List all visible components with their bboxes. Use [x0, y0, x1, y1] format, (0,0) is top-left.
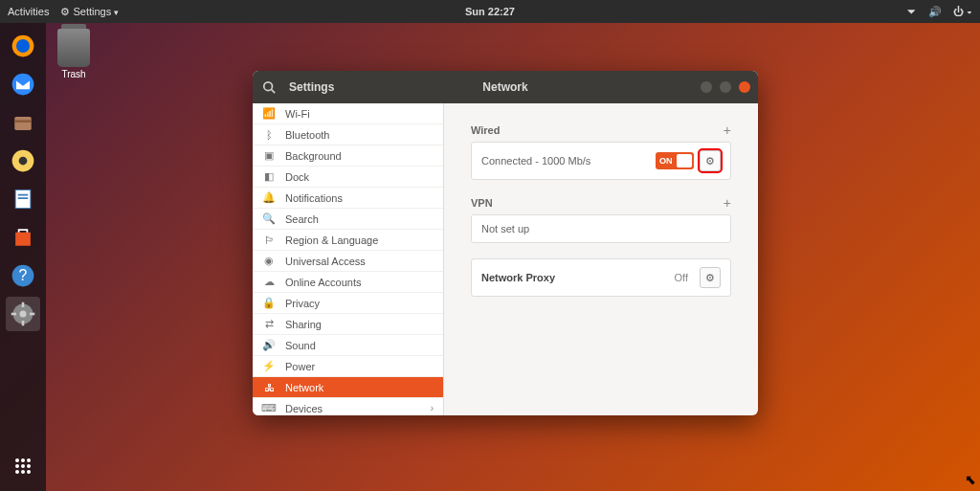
- desktop-trash[interactable]: Trash: [57, 29, 90, 79]
- sidebar-icon: 🔍: [262, 212, 276, 225]
- svg-point-25: [15, 470, 19, 474]
- svg-point-22: [15, 464, 19, 468]
- wired-section: Wired + Connected - 1000 Mb/s ON ⚙: [471, 123, 731, 180]
- sidebar-item-region-language[interactable]: 🏳Region & Language: [253, 230, 443, 251]
- sidebar-icon: ⚡: [262, 360, 276, 372]
- sidebar-icon: ⇄: [262, 318, 276, 330]
- sidebar-item-power[interactable]: ⚡Power: [253, 356, 443, 377]
- dock-rhythmbox[interactable]: [6, 144, 40, 178]
- sidebar-item-online-accounts[interactable]: ☁Online Accounts: [253, 272, 443, 293]
- sidebar-item-label: Universal Access: [285, 256, 366, 267]
- search-button[interactable]: [253, 71, 285, 103]
- dock-help[interactable]: ?: [6, 258, 40, 293]
- wired-status-text: Connected - 1000 Mb/s: [481, 155, 590, 167]
- proxy-value: Off: [675, 272, 688, 283]
- sidebar-item-sharing[interactable]: ⇄Sharing: [253, 314, 443, 335]
- clock[interactable]: Sun 22:27: [465, 6, 515, 17]
- trash-icon: [57, 29, 90, 67]
- vpn-section: VPN + Not set up: [471, 195, 731, 243]
- sidebar-item-label: Wi-Fi: [285, 108, 310, 120]
- sidebar-item-label: Power: [285, 361, 315, 372]
- settings-sidebar: 📶Wi-FiᛒBluetooth▣Background◧Dock🔔Notific…: [253, 103, 444, 415]
- sidebar-item-network[interactable]: 🖧Network: [253, 377, 443, 398]
- toggle-knob: [677, 154, 692, 167]
- network-tray-icon[interactable]: ⏷: [906, 6, 917, 17]
- toggle-on-label: ON: [659, 156, 673, 166]
- svg-text:?: ?: [19, 267, 28, 283]
- add-wired-button[interactable]: +: [724, 123, 731, 138]
- vpn-status-text: Not set up: [481, 223, 529, 234]
- sidebar-item-label: Notifications: [285, 192, 343, 204]
- window-titlebar[interactable]: Settings Network: [253, 71, 758, 103]
- sidebar-item-notifications[interactable]: 🔔Notifications: [253, 188, 443, 209]
- sidebar-item-bluetooth[interactable]: ᛒBluetooth: [253, 124, 443, 145]
- dock-software[interactable]: [6, 220, 40, 255]
- proxy-settings-button[interactable]: ⚙: [700, 267, 721, 288]
- power-tray-icon[interactable]: ⏻ ▾: [953, 6, 972, 17]
- proxy-label: Network Proxy: [481, 272, 555, 283]
- trash-label: Trash: [57, 69, 90, 79]
- window-title: Network: [482, 80, 527, 94]
- svg-point-19: [15, 458, 19, 462]
- app-menu-settings[interactable]: ⚙ Settings: [60, 6, 119, 18]
- add-vpn-button[interactable]: +: [724, 195, 731, 211]
- sidebar-item-sound[interactable]: 🔊Sound: [253, 335, 443, 356]
- sidebar-item-label: Dock: [285, 171, 309, 183]
- dock-thunderbird[interactable]: [6, 67, 40, 101]
- svg-line-29: [272, 90, 276, 94]
- sidebar-item-dock[interactable]: ◧Dock: [253, 167, 443, 188]
- svg-point-27: [27, 470, 31, 474]
- minimize-button[interactable]: [701, 81, 712, 93]
- svg-rect-8: [18, 194, 29, 196]
- sidebar-item-background[interactable]: ▣Background: [253, 145, 443, 167]
- sidebar-item-label: Bluetooth: [285, 129, 329, 141]
- svg-point-2: [12, 74, 34, 96]
- settings-window: Settings Network 📶Wi-FiᛒBluetooth▣Backgr…: [253, 71, 758, 415]
- sidebar-item-label: Region & Language: [285, 234, 378, 246]
- svg-rect-4: [14, 120, 32, 123]
- volume-tray-icon[interactable]: 🔊: [928, 6, 942, 18]
- wired-settings-button[interactable]: ⚙: [700, 150, 721, 171]
- svg-rect-9: [18, 197, 29, 199]
- dock-firefox[interactable]: [6, 29, 40, 63]
- sidebar-icon: 🏳: [262, 234, 276, 246]
- sidebar-item-label: Sharing: [285, 319, 322, 330]
- chevron-right-icon: ›: [431, 403, 434, 413]
- sidebar-item-wi-fi[interactable]: 📶Wi-Fi: [253, 103, 443, 124]
- dock-settings[interactable]: [6, 297, 40, 331]
- sidebar-icon: ☁: [262, 276, 276, 288]
- svg-rect-3: [14, 117, 32, 130]
- dock-files[interactable]: [6, 105, 40, 140]
- sidebar-icon: 🔒: [262, 297, 276, 309]
- gear-icon: ⚙: [705, 272, 715, 284]
- sidebar-item-label: Sound: [285, 340, 316, 351]
- sidebar-icon: 🖧: [262, 382, 276, 393]
- gear-icon: ⚙: [60, 6, 70, 17]
- svg-point-21: [27, 458, 31, 462]
- svg-point-24: [27, 464, 31, 468]
- proxy-section: Network Proxy Off ⚙: [471, 258, 731, 297]
- network-proxy-row[interactable]: Network Proxy Off ⚙: [471, 258, 731, 297]
- show-applications-button[interactable]: [6, 449, 40, 483]
- sidebar-item-label: Privacy: [285, 298, 320, 309]
- settings-content: Wired + Connected - 1000 Mb/s ON ⚙: [444, 103, 758, 415]
- sidebar-item-label: Background: [285, 150, 342, 162]
- top-bar: Activities ⚙ Settings Sun 22:27 ⏷ 🔊 ⏻ ▾: [0, 0, 980, 23]
- sidebar-item-universal-access[interactable]: ◉Universal Access: [253, 251, 443, 272]
- sidebar-item-privacy[interactable]: 🔒Privacy: [253, 293, 443, 314]
- sidebar-item-label: Search: [285, 213, 319, 225]
- sidebar-icon: 🔊: [262, 339, 276, 351]
- close-button[interactable]: [739, 81, 750, 93]
- maximize-button[interactable]: [720, 81, 731, 93]
- svg-point-28: [264, 82, 273, 91]
- sidebar-title: Settings: [285, 80, 444, 94]
- cursor-icon: ⬉: [965, 472, 976, 487]
- svg-point-23: [21, 464, 25, 468]
- sidebar-item-search[interactable]: 🔍Search: [253, 209, 443, 230]
- sidebar-item-devices[interactable]: ⌨Devices›: [253, 398, 443, 415]
- svg-point-14: [20, 311, 27, 318]
- wired-toggle[interactable]: ON: [656, 152, 694, 169]
- dock-libreoffice[interactable]: [6, 182, 40, 216]
- activities-button[interactable]: Activities: [8, 6, 49, 17]
- sidebar-icon: ◧: [262, 170, 276, 183]
